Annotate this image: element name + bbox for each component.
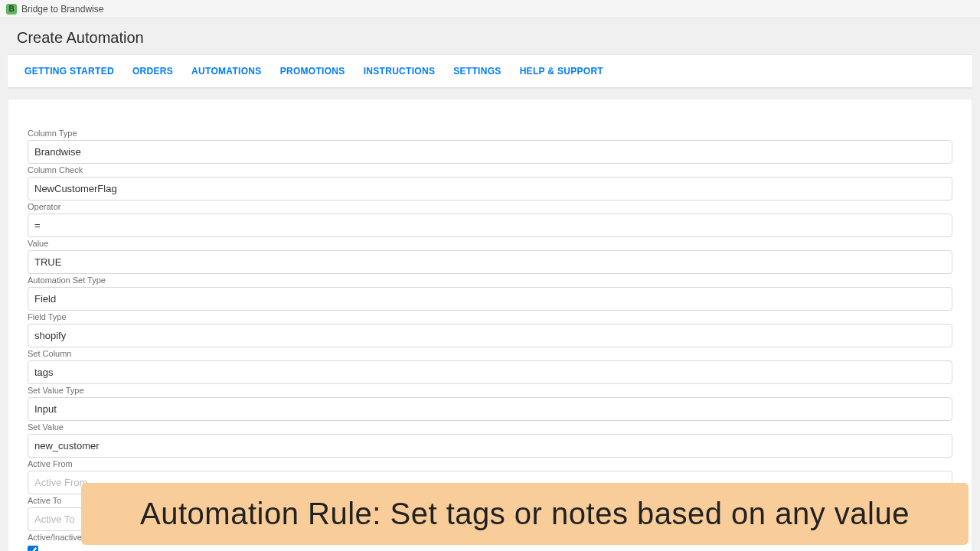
tab-automations[interactable]: AUTOMATIONS (191, 55, 262, 87)
label-operator: Operator (28, 202, 952, 211)
app-header: B Bridge to Brandwise (0, 0, 980, 18)
label-field-type: Field Type (28, 312, 952, 321)
page-title: Create Automation (0, 18, 980, 54)
label-set-value: Set Value (28, 422, 952, 432)
input-set-value-type[interactable] (28, 397, 952, 421)
tab-settings[interactable]: SETTINGS (453, 55, 501, 87)
input-automation-set-type[interactable] (28, 287, 952, 311)
info-banner: Automation Rule: Set tags or notes based… (81, 483, 969, 545)
tab-getting-started[interactable]: GETTING STARTED (24, 55, 114, 87)
input-field-type[interactable] (28, 324, 952, 347)
label-active-from: Active From (28, 459, 952, 468)
input-set-column[interactable] (28, 360, 952, 384)
checkbox-active-inactive[interactable] (28, 546, 38, 551)
label-column-type: Column Type (28, 129, 952, 138)
label-column-check: Column Check (28, 165, 952, 174)
input-column-type[interactable] (28, 140, 952, 164)
tab-help[interactable]: HELP & SUPPORT (520, 55, 603, 87)
tab-orders[interactable]: ORDERS (132, 55, 173, 87)
input-set-value[interactable] (28, 434, 952, 458)
tabs-bar: GETTING STARTED ORDERS AUTOMATIONS PROMO… (8, 54, 972, 88)
app-logo-icon: B (6, 4, 17, 15)
tab-instructions[interactable]: INSTRUCTIONS (364, 55, 436, 87)
input-column-check[interactable] (28, 177, 952, 201)
tab-promotions[interactable]: PROMOTIONS (280, 55, 345, 87)
app-title: Bridge to Brandwise (21, 4, 103, 15)
label-set-value-type: Set Value Type (28, 386, 952, 395)
label-automation-set-type: Automation Set Type (28, 276, 952, 285)
label-value: Value (28, 239, 952, 248)
label-set-column: Set Column (28, 349, 952, 358)
input-operator[interactable] (28, 214, 952, 237)
input-value[interactable] (28, 250, 952, 274)
